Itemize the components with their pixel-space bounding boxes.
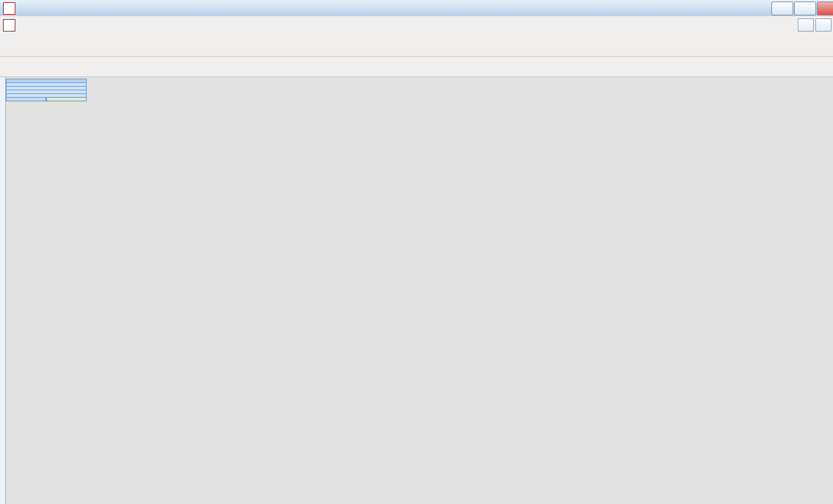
main-toolbar bbox=[0, 34, 833, 57]
menu-settings[interactable] bbox=[87, 23, 101, 27]
app-icon bbox=[3, 2, 15, 15]
menu-formula-stockpick[interactable] bbox=[74, 23, 87, 27]
menu-help[interactable] bbox=[140, 23, 154, 27]
menu-file[interactable] bbox=[21, 23, 35, 27]
mdi-restore-button[interactable] bbox=[815, 18, 832, 32]
close-button[interactable] bbox=[817, 1, 833, 15]
menu-browse[interactable] bbox=[35, 23, 48, 27]
mdi-minimize-button[interactable] bbox=[798, 18, 814, 32]
menu-bar bbox=[0, 16, 833, 35]
menu-window[interactable] bbox=[114, 23, 127, 27]
gann-wheel-canvas[interactable] bbox=[0, 77, 833, 504]
drawing-toolbar bbox=[0, 57, 833, 77]
title-bar bbox=[0, 0, 833, 17]
index-info-panel bbox=[6, 79, 87, 101]
maximize-button[interactable] bbox=[794, 1, 816, 15]
menu-trade[interactable] bbox=[127, 23, 140, 27]
calc-support-button[interactable] bbox=[46, 98, 87, 101]
app-icon-small bbox=[3, 19, 15, 32]
minimize-button[interactable] bbox=[771, 1, 793, 15]
menu-news[interactable] bbox=[48, 23, 61, 27]
menu-gann[interactable] bbox=[61, 23, 74, 27]
calc-resistance-button[interactable] bbox=[6, 98, 46, 101]
left-frame-strip bbox=[0, 77, 6, 504]
menu-tools[interactable] bbox=[101, 23, 114, 27]
gann-wheel-chart[interactable] bbox=[0, 77, 833, 504]
